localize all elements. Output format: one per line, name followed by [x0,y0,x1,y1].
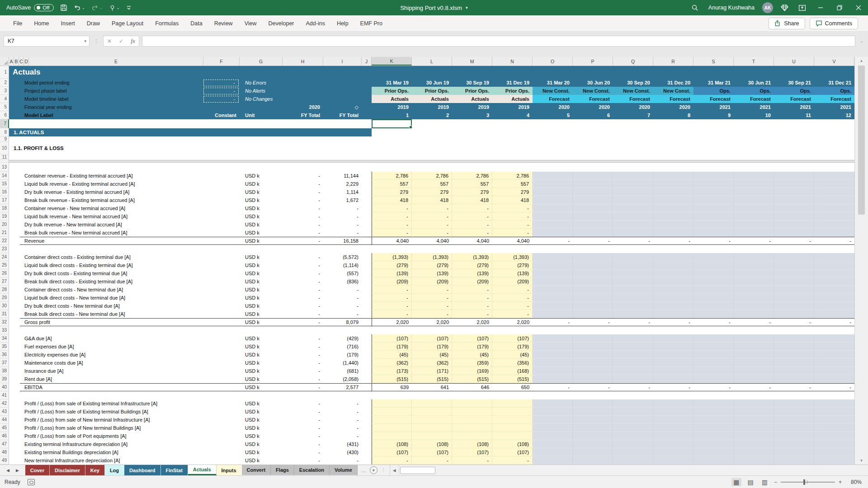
unit-cell[interactable]: USD k [240,448,283,456]
period-phase-2[interactable]: Prior Ops. [412,87,452,95]
forecast-cell[interactable] [613,269,653,277]
unit-cell[interactable]: USD k [240,229,283,237]
forecast-cell[interactable] [734,424,774,432]
cell[interactable] [653,119,693,128]
value-cell[interactable]: (279) [492,261,533,269]
forecast-cell[interactable] [613,196,653,204]
column-header-N[interactable]: N [492,57,533,66]
value-cell[interactable] [492,424,533,432]
column-header-E[interactable]: E [29,57,203,66]
forecast-cell[interactable] [814,212,854,221]
cell[interactable] [203,221,240,229]
forecast-cell[interactable]: - [533,237,573,244]
forecast-cell[interactable] [734,172,774,180]
horizontal-scroll-thumb[interactable] [400,467,435,474]
unit-cell[interactable]: USD k [240,253,283,261]
value-cell[interactable]: - [492,229,533,237]
unit-cell[interactable]: USD k [240,440,283,448]
cell[interactable] [693,119,734,128]
meta-status[interactable]: No Alerts [240,87,283,95]
sheet-tab-inputs[interactable]: Inputs [217,465,242,475]
zoom-in-icon[interactable]: + [839,479,842,485]
forecast-cell[interactable] [573,334,613,343]
cell[interactable] [203,343,240,351]
forecast-cell[interactable] [653,310,693,318]
cell[interactable] [362,229,372,237]
row-header-24[interactable]: 24 [0,253,9,261]
cell[interactable] [362,79,372,87]
fy-diamond[interactable]: ◇ [323,103,362,111]
constant-cell[interactable]: - [283,302,323,310]
forecast-cell[interactable] [814,416,854,424]
value-cell[interactable]: (209) [452,277,492,286]
forecast-cell[interactable] [653,196,693,204]
forecast-cell[interactable]: - [653,384,693,391]
row-label[interactable]: Container revenue - Existing terminal ac… [20,172,203,180]
ribbon-tab-add-ins[interactable]: Add-ins [300,15,331,32]
unit-cell[interactable]: USD k [240,334,283,343]
forecast-cell[interactable] [573,180,613,188]
forecast-cell[interactable] [774,367,814,375]
cell[interactable] [203,286,240,294]
cell[interactable] [362,95,372,103]
value-cell[interactable] [372,408,412,416]
row-label[interactable]: Gross profit [20,319,203,326]
fy-total-cell[interactable]: (431) [323,440,362,448]
forecast-cell[interactable] [734,180,774,188]
forecast-cell[interactable] [653,212,693,221]
column-header-V[interactable]: V [814,57,854,66]
forecast-cell[interactable] [814,172,854,180]
row-header-47[interactable]: 47 [0,440,9,448]
cell[interactable] [362,432,372,440]
forecast-cell[interactable] [814,180,854,188]
period-number-2[interactable]: 2 [412,111,452,119]
unit-cell[interactable]: USD k [240,237,283,244]
forecast-cell[interactable] [693,375,734,383]
ribbon-tab-help[interactable]: Help [331,15,354,32]
constant-cell[interactable]: - [283,440,323,448]
cell[interactable] [362,456,372,465]
value-cell[interactable]: (359) [452,359,492,367]
forecast-cell[interactable] [814,399,854,408]
value-cell[interactable]: (209) [412,277,452,286]
forecast-cell[interactable] [774,408,814,416]
period-year-3[interactable]: 2019 [452,103,492,111]
fy-total-cell[interactable]: - [323,221,362,229]
unit-cell[interactable]: USD k [240,277,283,286]
row-label[interactable]: Break bulk direct costs - New terminal d… [20,310,203,318]
model-label[interactable]: Model Label [20,111,203,119]
value-cell[interactable]: (515) [452,375,492,383]
constant-cell[interactable]: - [283,277,323,286]
forecast-cell[interactable] [533,448,573,456]
row-header-40[interactable]: 40 [0,383,9,391]
forecast-cell[interactable] [613,408,653,416]
value-cell[interactable]: (515) [372,375,412,383]
period-phase-7[interactable]: New Const. [613,87,653,95]
sheet-tab-convert[interactable]: Convert [242,465,271,475]
unit-cell[interactable]: USD k [240,351,283,359]
forecast-cell[interactable]: - [814,237,854,244]
period-year-1[interactable]: 2019 [372,103,412,111]
cell[interactable] [362,399,372,408]
forecast-cell[interactable] [774,359,814,367]
period-number-5[interactable]: 5 [533,111,573,119]
row-header-15[interactable]: 15 [0,180,9,188]
sheet-tab-key[interactable]: Key [85,465,105,475]
forecast-cell[interactable] [693,399,734,408]
value-cell[interactable]: - [372,302,412,310]
forecast-cell[interactable] [653,432,693,440]
fy-total-cell[interactable]: (681) [323,367,362,375]
forecast-cell[interactable] [573,269,613,277]
value-cell[interactable]: 2,786 [492,172,533,180]
vertical-scroll-thumb[interactable] [858,66,865,215]
forecast-cell[interactable] [573,343,613,351]
forecast-cell[interactable] [573,196,613,204]
forecast-cell[interactable] [613,448,653,456]
value-cell[interactable]: - [372,229,412,237]
sheet-tab-finstat[interactable]: FinStat [161,465,188,475]
forecast-cell[interactable] [533,172,573,180]
cell[interactable] [203,229,240,237]
forecast-cell[interactable] [573,408,613,416]
forecast-cell[interactable]: - [613,237,653,244]
period-date-2[interactable]: 30 Jun 19 [412,79,452,87]
